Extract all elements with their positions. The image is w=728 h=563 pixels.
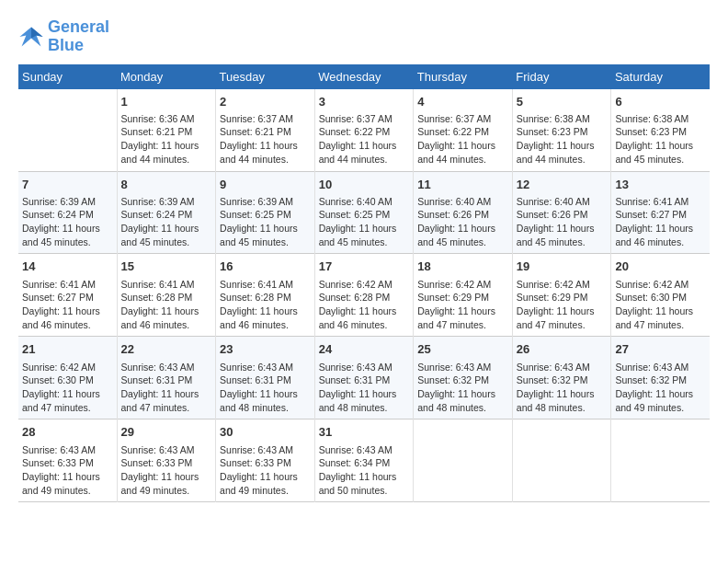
day-cell: 28Sunrise: 6:43 AMSunset: 6:33 PMDayligh… [18, 419, 117, 502]
day-header-monday: Monday [117, 64, 216, 89]
day-info: Sunrise: 6:43 AMSunset: 6:31 PMDaylight:… [319, 361, 410, 415]
day-number: 8 [121, 177, 212, 193]
day-number: 23 [220, 341, 311, 358]
day-cell: 13Sunrise: 6:41 AMSunset: 6:27 PMDayligh… [611, 171, 710, 254]
day-info: Sunrise: 6:37 AMSunset: 6:22 PMDaylight:… [319, 112, 410, 167]
day-number: 18 [417, 259, 508, 275]
day-number: 26 [517, 341, 608, 358]
calendar-table: SundayMondayTuesdayWednesdayThursdayFrid… [18, 64, 710, 503]
day-number: 2 [220, 94, 311, 110]
day-cell [414, 419, 513, 502]
day-info: Sunrise: 6:37 AMSunset: 6:22 PMDaylight:… [417, 112, 508, 167]
day-header-tuesday: Tuesday [216, 64, 315, 89]
day-number: 16 [220, 259, 311, 275]
day-cell: 12Sunrise: 6:40 AMSunset: 6:26 PMDayligh… [512, 171, 611, 254]
day-info: Sunrise: 6:38 AMSunset: 6:23 PMDaylight:… [615, 112, 706, 167]
day-cell: 5Sunrise: 6:38 AMSunset: 6:23 PMDaylight… [512, 89, 611, 171]
day-cell [611, 419, 710, 502]
day-number: 5 [517, 94, 608, 110]
day-cell: 16Sunrise: 6:41 AMSunset: 6:28 PMDayligh… [216, 254, 315, 337]
day-info: Sunrise: 6:40 AMSunset: 6:25 PMDaylight:… [319, 195, 410, 249]
day-number: 24 [319, 341, 410, 358]
day-number: 14 [22, 259, 113, 275]
day-number: 4 [417, 94, 508, 110]
day-number: 15 [121, 259, 212, 275]
day-number: 3 [319, 94, 410, 110]
day-cell: 19Sunrise: 6:42 AMSunset: 6:29 PMDayligh… [512, 254, 611, 337]
day-number: 21 [22, 341, 113, 358]
day-cell: 25Sunrise: 6:43 AMSunset: 6:32 PMDayligh… [414, 337, 513, 419]
day-number: 6 [615, 94, 706, 110]
day-header-thursday: Thursday [414, 64, 513, 89]
week-row-4: 21Sunrise: 6:42 AMSunset: 6:30 PMDayligh… [18, 337, 710, 419]
logo: General Blue [18, 18, 109, 55]
day-info: Sunrise: 6:42 AMSunset: 6:30 PMDaylight:… [615, 278, 706, 332]
logo-icon [18, 24, 44, 50]
day-info: Sunrise: 6:42 AMSunset: 6:29 PMDaylight:… [517, 278, 608, 332]
day-cell: 3Sunrise: 6:37 AMSunset: 6:22 PMDaylight… [314, 89, 414, 171]
day-cell: 27Sunrise: 6:43 AMSunset: 6:32 PMDayligh… [611, 337, 710, 419]
day-number: 12 [517, 177, 608, 193]
day-info: Sunrise: 6:37 AMSunset: 6:21 PMDaylight:… [220, 112, 311, 167]
day-header-saturday: Saturday [611, 64, 710, 89]
week-row-1: 1Sunrise: 6:36 AMSunset: 6:21 PMDaylight… [18, 89, 710, 171]
day-info: Sunrise: 6:43 AMSunset: 6:32 PMDaylight:… [517, 361, 608, 415]
day-number: 13 [615, 177, 706, 193]
day-info: Sunrise: 6:39 AMSunset: 6:25 PMDaylight:… [220, 195, 311, 249]
day-number: 29 [121, 424, 212, 441]
day-cell: 10Sunrise: 6:40 AMSunset: 6:25 PMDayligh… [314, 171, 414, 254]
day-cell: 26Sunrise: 6:43 AMSunset: 6:32 PMDayligh… [512, 337, 611, 419]
day-cell: 2Sunrise: 6:37 AMSunset: 6:21 PMDaylight… [216, 89, 315, 171]
day-info: Sunrise: 6:43 AMSunset: 6:33 PMDaylight:… [121, 443, 212, 498]
day-cell: 29Sunrise: 6:43 AMSunset: 6:33 PMDayligh… [117, 419, 216, 502]
day-cell: 15Sunrise: 6:41 AMSunset: 6:28 PMDayligh… [117, 254, 216, 337]
day-header-wednesday: Wednesday [314, 64, 414, 89]
day-header-sunday: Sunday [18, 64, 117, 89]
day-info: Sunrise: 6:42 AMSunset: 6:28 PMDaylight:… [319, 278, 410, 332]
day-info: Sunrise: 6:43 AMSunset: 6:33 PMDaylight:… [22, 443, 113, 498]
week-row-2: 7Sunrise: 6:39 AMSunset: 6:24 PMDaylight… [18, 171, 710, 254]
day-cell: 24Sunrise: 6:43 AMSunset: 6:31 PMDayligh… [314, 337, 414, 419]
day-info: Sunrise: 6:43 AMSunset: 6:32 PMDaylight:… [417, 361, 508, 415]
logo-text: General Blue [48, 18, 109, 55]
day-cell: 8Sunrise: 6:39 AMSunset: 6:24 PMDaylight… [117, 171, 216, 254]
day-info: Sunrise: 6:41 AMSunset: 6:28 PMDaylight:… [220, 278, 311, 332]
week-row-3: 14Sunrise: 6:41 AMSunset: 6:27 PMDayligh… [18, 254, 710, 337]
day-number: 1 [121, 94, 212, 110]
days-header-row: SundayMondayTuesdayWednesdayThursdayFrid… [18, 64, 710, 89]
day-cell: 22Sunrise: 6:43 AMSunset: 6:31 PMDayligh… [117, 337, 216, 419]
day-info: Sunrise: 6:41 AMSunset: 6:27 PMDaylight:… [615, 195, 706, 249]
day-number: 25 [417, 341, 508, 358]
day-info: Sunrise: 6:42 AMSunset: 6:29 PMDaylight:… [417, 278, 508, 332]
day-cell [18, 89, 117, 171]
day-header-friday: Friday [512, 64, 611, 89]
day-info: Sunrise: 6:43 AMSunset: 6:32 PMDaylight:… [615, 361, 706, 415]
day-info: Sunrise: 6:40 AMSunset: 6:26 PMDaylight:… [417, 195, 508, 249]
day-info: Sunrise: 6:40 AMSunset: 6:26 PMDaylight:… [517, 195, 608, 249]
day-number: 11 [417, 177, 508, 193]
day-cell: 31Sunrise: 6:43 AMSunset: 6:34 PMDayligh… [314, 419, 414, 502]
day-info: Sunrise: 6:43 AMSunset: 6:31 PMDaylight:… [121, 361, 212, 415]
day-info: Sunrise: 6:36 AMSunset: 6:21 PMDaylight:… [121, 112, 212, 167]
page-header: General Blue [18, 18, 710, 55]
day-info: Sunrise: 6:39 AMSunset: 6:24 PMDaylight:… [22, 195, 113, 249]
day-number: 9 [220, 177, 311, 193]
day-number: 30 [220, 424, 311, 441]
day-info: Sunrise: 6:42 AMSunset: 6:30 PMDaylight:… [22, 361, 113, 415]
day-cell: 7Sunrise: 6:39 AMSunset: 6:24 PMDaylight… [18, 171, 117, 254]
day-number: 27 [615, 341, 706, 358]
svg-marker-1 [31, 27, 43, 38]
day-number: 31 [319, 424, 410, 441]
day-cell: 6Sunrise: 6:38 AMSunset: 6:23 PMDaylight… [611, 89, 710, 171]
day-info: Sunrise: 6:41 AMSunset: 6:27 PMDaylight:… [22, 278, 113, 332]
day-cell: 17Sunrise: 6:42 AMSunset: 6:28 PMDayligh… [314, 254, 414, 337]
day-number: 10 [319, 177, 410, 193]
day-cell: 21Sunrise: 6:42 AMSunset: 6:30 PMDayligh… [18, 337, 117, 419]
day-info: Sunrise: 6:41 AMSunset: 6:28 PMDaylight:… [121, 278, 212, 332]
day-info: Sunrise: 6:43 AMSunset: 6:33 PMDaylight:… [220, 443, 311, 498]
day-cell: 23Sunrise: 6:43 AMSunset: 6:31 PMDayligh… [216, 337, 315, 419]
day-cell: 30Sunrise: 6:43 AMSunset: 6:33 PMDayligh… [216, 419, 315, 502]
day-info: Sunrise: 6:39 AMSunset: 6:24 PMDaylight:… [121, 195, 212, 249]
day-number: 19 [517, 259, 608, 275]
day-info: Sunrise: 6:43 AMSunset: 6:31 PMDaylight:… [220, 361, 311, 415]
